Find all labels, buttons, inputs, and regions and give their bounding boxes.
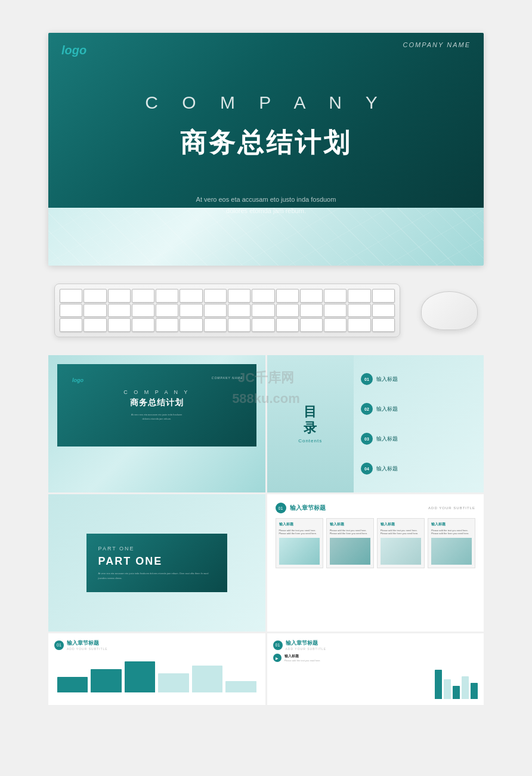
contents-item-2: 02 输入标题	[361, 403, 477, 415]
contents-item-4: 04 输入标题	[361, 463, 477, 475]
key	[252, 289, 274, 303]
contents-left: 目录 Contents	[267, 355, 354, 492]
right-bars	[435, 666, 478, 699]
bottom-right-num: 01	[273, 640, 283, 650]
right-bar-4	[462, 676, 469, 700]
bottom-left-num: 01	[54, 640, 64, 650]
contents-num-1: 01	[361, 373, 373, 385]
right-bar-2	[444, 679, 451, 699]
teal-block	[48, 33, 484, 208]
bar-item-3	[125, 654, 155, 692]
mini-card-1: 输入标题 Please add the text you need here. …	[276, 518, 323, 568]
bottom-right-thumb: 01 输入章节标题 ADD YOUR SUBTITLE ▶ 输入标题 Pleas…	[267, 633, 484, 705]
contents-label-4: 输入标题	[376, 465, 398, 473]
slide-title-en: C O M P A N Y	[48, 93, 484, 113]
thumb-title-en: C O M P A N Y	[57, 389, 256, 395]
cards-header: 01 输入章节标题 ADD YOUR SUBTITLE	[276, 503, 476, 513]
key	[156, 304, 178, 318]
key	[83, 304, 106, 318]
mini-card-desc-2: Please add the text you need here. Pleas…	[330, 529, 370, 535]
key	[228, 304, 250, 318]
right-bar-5	[471, 683, 478, 700]
key	[372, 289, 395, 303]
mini-card-title-3: 输入标题	[381, 522, 421, 527]
slide-title-zh: 商务总结计划	[48, 125, 484, 161]
key	[132, 304, 154, 318]
bottom-thumb-row: 01 输入章节标题 ADD YOUR SUBTITLE	[48, 633, 484, 705]
bar-fill-4	[158, 673, 188, 693]
mini-card-desc-4: Please add the text you need here. Pleas…	[431, 529, 472, 535]
keyboard-image	[54, 284, 400, 337]
mini-card-title-4: 输入标题	[431, 522, 472, 527]
cards-section-num: 01	[276, 503, 286, 513]
key	[300, 318, 323, 332]
mini-card-img-2	[330, 538, 370, 565]
mini-card-4: 输入标题 Please add the text you need here. …	[428, 518, 475, 568]
part-label: PART ONE	[98, 546, 215, 552]
bottom-left-title: 输入章节标题	[67, 639, 108, 647]
thumb-cards: 01 输入章节标题 ADD YOUR SUBTITLE 输入标题 Please …	[267, 494, 484, 632]
right-bar-3	[453, 686, 460, 699]
contents-num-2: 02	[361, 403, 373, 415]
contents-title-zh: 目录	[304, 404, 317, 436]
thumb-contents: 目录 Contents 01 输入标题 02 输入标题 03 输入标题 04 输…	[267, 355, 484, 492]
key	[252, 304, 274, 318]
contents-label-3: 输入标题	[376, 435, 398, 443]
key	[204, 289, 227, 303]
bottom-right-content: ▶ 输入标题 Please add the text you read here…	[273, 654, 478, 662]
mini-card-desc-1: Please add the text you need here. Pleas…	[279, 529, 320, 535]
subtitle-line2: dolores etomda jam rebum.	[48, 205, 484, 217]
bar-item-5	[192, 654, 222, 692]
mini-card-desc-3: Please add the text you need here. Pleas…	[381, 529, 421, 535]
mini-card-title-2: 输入标题	[330, 522, 370, 527]
bottom-right-header: 01 输入章节标题 ADD YOUR SUBTITLE	[273, 639, 478, 651]
thumb-subtitle: At vero eos eta accusam eto justo inda f…	[57, 413, 256, 421]
key	[180, 304, 202, 318]
mini-card-img-1	[279, 538, 320, 565]
mini-card-3: 输入标题 Please add the text you need here. …	[377, 518, 425, 568]
contents-label-1: 输入标题	[376, 375, 398, 383]
slide-company-name: COMPANY NAME	[403, 41, 471, 48]
key	[180, 289, 202, 303]
slide-subtitle: At vero eos eta accusam eto justo inda f…	[48, 194, 484, 216]
key	[108, 289, 131, 303]
key	[228, 318, 250, 332]
thumb-title-zh: 商务总结计划	[57, 398, 256, 408]
key	[60, 289, 82, 303]
mini-card-img-4	[431, 538, 472, 565]
content-icon: ▶	[273, 654, 282, 662]
key	[132, 318, 154, 332]
key	[108, 304, 131, 318]
thumbnail-grid: logo COMPANY NAME C O M P A N Y 商务总结计划 A…	[48, 355, 484, 632]
bar-fill-2	[91, 669, 121, 692]
part-inner: PART ONE PART ONE At vero eos eta accusa…	[86, 534, 227, 592]
icon-label: 输入标题	[284, 654, 478, 659]
thumb-teal-block: logo COMPANY NAME C O M P A N Y 商务总结计划 A…	[57, 364, 256, 446]
subtitle-line1: At vero eos eta accusam eto justo inda f…	[48, 194, 484, 205]
bar-fill-1	[57, 677, 88, 692]
bar-item-2	[91, 654, 121, 692]
thumb-cover: logo COMPANY NAME C O M P A N Y 商务总结计划 A…	[48, 355, 265, 492]
key	[276, 318, 299, 332]
key	[108, 318, 131, 332]
thumb-company: COMPANY NAME	[212, 376, 243, 380]
icon-row: ▶ 输入标题 Please add the text you read here…	[273, 654, 478, 662]
key	[276, 289, 299, 303]
contents-label-2: 输入标题	[376, 405, 398, 413]
part-title: PART ONE	[98, 555, 215, 568]
key	[300, 304, 323, 318]
main-slide: logo COMPANY NAME C O M P A N Y 商务总结计划 A…	[48, 33, 484, 266]
bar-fill-6	[225, 681, 256, 693]
cards-section-title: 输入章节标题	[290, 504, 326, 512]
bottom-left-bars	[54, 654, 259, 692]
mouse-image	[421, 291, 478, 330]
thumb-part: PART ONE PART ONE At vero eos eta accusa…	[48, 494, 265, 632]
key	[372, 318, 395, 332]
bottom-left-thumb: 01 输入章节标题 ADD YOUR SUBTITLE	[48, 633, 265, 705]
bottom-right-sub: ADD YOUR SUBTITLE	[286, 647, 327, 651]
key	[83, 318, 106, 332]
key	[276, 304, 299, 318]
slide-logo: logo	[61, 44, 86, 57]
bar-fill-5	[192, 666, 222, 693]
key	[372, 304, 395, 318]
